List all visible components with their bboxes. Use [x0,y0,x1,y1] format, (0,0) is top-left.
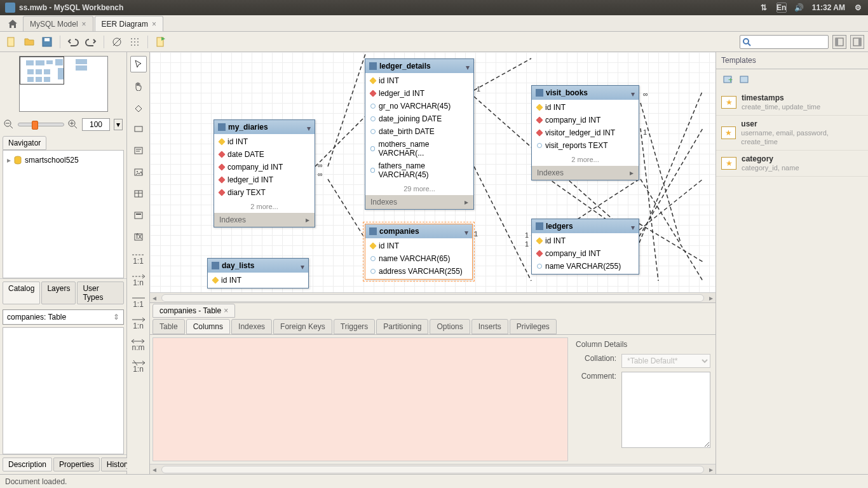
column-row[interactable]: address VARCHAR(255) [365,265,472,278]
column-row[interactable]: visit_reports TEXT [532,139,639,152]
column-row[interactable]: diary TEXT [214,186,315,199]
home-button[interactable] [5,17,20,31]
column-row[interactable]: fathers_name VARCHAR(45) [365,159,473,181]
tab-properties[interactable]: Properties [53,458,100,471]
lang-indicator[interactable]: En [776,3,787,13]
toggle-grid-button[interactable] [109,34,125,50]
column-row[interactable]: id INT [365,240,472,252]
template-item[interactable]: ★categorycategory_id, name [716,151,868,177]
chevron-down-icon[interactable]: ▾ [301,262,304,271]
rel-1n-nonid-tool[interactable]: 1:n [130,272,147,288]
column-row[interactable]: id INT [214,135,315,148]
new-template-button[interactable]: + [721,73,734,86]
column-row[interactable]: date_joining DATE [365,112,473,125]
text-tool[interactable] [130,142,147,159]
rel-existing-tool[interactable]: 1:n [130,358,147,375]
view-tool[interactable] [130,207,147,224]
save-button[interactable] [39,34,55,50]
undo-button[interactable] [65,34,81,50]
entity-day-lists[interactable]: day_lists▾ id INT [207,258,309,288]
table-tool[interactable] [130,186,147,202]
tab-mysql-model[interactable]: MySQL Model× [23,16,93,31]
diagram-overview[interactable] [0,52,126,116]
column-row[interactable]: ledger_id INT [214,173,315,186]
network-icon[interactable]: ⇅ [759,3,769,13]
close-icon[interactable]: × [82,20,86,29]
editor-tab[interactable]: companies - Table× [153,304,235,318]
tab-description[interactable]: Description [3,458,52,471]
subtab-inserts[interactable]: Inserts [471,319,508,334]
eraser-tool[interactable] [130,99,147,116]
column-row[interactable]: name VARCHAR(65) [365,252,472,265]
new-file-button[interactable] [4,34,19,50]
subtab-triggers[interactable]: Triggers [334,319,376,334]
gear-icon[interactable]: ⚙ [853,3,863,13]
pointer-tool[interactable] [130,56,147,72]
column-row[interactable]: id INT [532,101,639,114]
canvas-hscrollbar[interactable]: ◂▸ [150,292,715,302]
navigator-tab[interactable]: Navigator [3,136,46,150]
eer-canvas[interactable]: 1 ∞ ∞ 1 1 ∞ 1 1 my_diaries▾ id INTdate D… [150,52,715,292]
entity-ledgers[interactable]: ledgers▾ id INTcompany_id INTname VARCHA… [531,219,639,274]
zoom-out-button[interactable] [4,119,14,130]
zoom-slider[interactable] [18,123,64,126]
column-row[interactable]: id INT [365,74,473,87]
close-icon[interactable]: × [224,306,228,315]
entity-ledger-details[interactable]: ledger_details▾ id INTledger_id INTgr_no… [365,58,474,210]
routine-tool[interactable]: fx [130,229,147,245]
column-row[interactable]: mothers_name VARCHAR(... [365,138,473,159]
chevron-down-icon[interactable]: ▾ [465,228,468,237]
column-row[interactable]: ledger_id INT [365,87,473,100]
column-row[interactable]: gr_no VARCHAR(45) [365,100,473,112]
volume-icon[interactable]: 🔊 [794,3,804,13]
column-row[interactable]: visitor_ledger_id INT [532,126,639,139]
schema-tree[interactable]: ▸ smartschool525 [3,150,124,278]
template-item[interactable]: ★userusername, email, password, create_t… [716,116,868,151]
chevron-down-icon[interactable]: ▾ [307,124,311,133]
collation-select[interactable]: *Table Default* [621,354,710,368]
zoom-value[interactable]: 100 [82,118,110,131]
template-list-button[interactable] [738,73,750,86]
close-icon[interactable]: × [152,20,156,29]
search-input[interactable] [740,35,829,49]
tab-catalog[interactable]: Catalog [3,281,40,304]
chevron-right-icon[interactable]: ▸ [306,215,309,224]
toggle-left-panel-button[interactable] [832,35,846,49]
zoom-dropdown[interactable]: ▾ [114,119,123,130]
column-row[interactable]: id INT [208,274,308,287]
tab-user-types[interactable]: User Types [77,281,124,304]
editor-hscrollbar[interactable]: ◂▸ [150,464,715,474]
column-row[interactable]: company_id INT [532,247,639,260]
column-row[interactable]: name VARCHAR(255) [532,260,639,273]
rel-11-nonid-tool[interactable]: 1:1 [130,250,147,267]
entity-my-diaries[interactable]: my_diaries▾ id INTdate DATEcompany_id IN… [214,119,315,227]
chevron-right-icon[interactable]: ▸ [465,198,468,207]
column-row[interactable]: company_id INT [214,161,315,173]
image-tool[interactable] [130,164,147,180]
columns-grid[interactable] [153,337,568,461]
grid-button[interactable] [127,34,142,50]
chevron-down-icon[interactable]: ▾ [631,90,635,98]
column-row[interactable]: id INT [532,234,639,247]
layer-tool[interactable] [130,121,147,137]
object-selector[interactable]: companies: Table ⇕ [3,309,124,325]
subtab-privileges[interactable]: Privileges [510,319,557,334]
column-row[interactable]: date_birth DATE [365,125,473,138]
schema-item[interactable]: ▸ smartschool525 [7,154,119,166]
rel-1n-id-tool[interactable]: 1:n [130,315,147,332]
hand-tool[interactable] [130,78,147,94]
column-row[interactable]: date DATE [214,148,315,161]
open-file-button[interactable] [22,34,37,50]
subtab-options[interactable]: Options [430,319,470,334]
entity-visit-books[interactable]: visit_books▾ id INTcompany_id INTvisitor… [531,85,639,180]
chevron-right-icon[interactable]: ▸ [630,168,634,177]
tab-eer-diagram[interactable]: EER Diagram× [95,16,163,31]
tab-layers[interactable]: Layers [41,281,76,304]
subtab-indexes[interactable]: Indexes [231,319,272,334]
subtab-columns[interactable]: Columns [186,319,230,334]
chevron-down-icon[interactable]: ▾ [466,63,470,72]
subtab-partitioning[interactable]: Partitioning [376,319,428,334]
entity-companies[interactable]: companies▾ id INTname VARCHAR(65)address… [365,224,473,280]
toggle-right-panel-button[interactable] [850,35,864,49]
subtab-foreign-keys[interactable]: Foreign Keys [273,319,332,334]
